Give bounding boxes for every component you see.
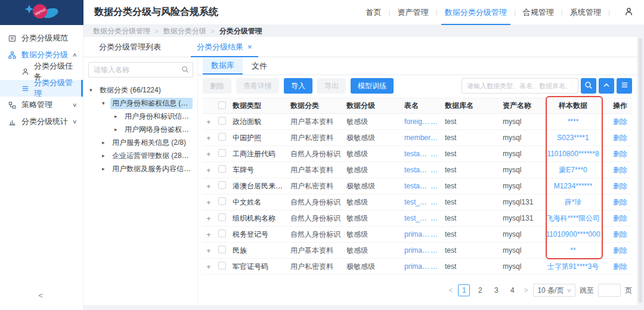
nav-item-5[interactable]: 系统管理	[569, 0, 602, 25]
nav-item-2[interactable]: 资产管理	[397, 0, 430, 25]
sidebar-collapse-button[interactable]: <	[35, 291, 47, 303]
page-suffix-label: 页	[625, 286, 632, 296]
delete-row-link[interactable]: 删除	[613, 134, 627, 142]
tab-分类分级结果[interactable]: 分类分级结果×	[191, 37, 258, 57]
tree-node[interactable]: ▸企业运营管理数据 (28/1218)	[88, 149, 193, 162]
expand-row-button[interactable]: +	[203, 198, 218, 207]
close-icon[interactable]: ×	[247, 42, 252, 51]
vertical-scrollbar[interactable]	[639, 38, 642, 303]
table-name-link[interactable]: testa50000	[404, 166, 431, 174]
delete-row-link[interactable]: 删除	[613, 198, 627, 206]
table-name-link[interactable]: testa50000	[404, 150, 431, 158]
sidebar-item-分类分级规范[interactable]: 分类分级规范	[0, 30, 83, 46]
sample-data-link[interactable]: M1234******	[545, 182, 603, 190]
expand-row-button[interactable]: +	[203, 230, 218, 239]
table-name-link[interactable]: test_data	[404, 198, 431, 206]
caret-right-icon[interactable]: ▸	[114, 126, 120, 132]
expand-row-button[interactable]: +	[203, 182, 218, 191]
delete-row-link[interactable]: 删除	[613, 262, 627, 271]
tab-文件[interactable]: 文件	[243, 57, 276, 75]
row-checkbox[interactable]	[218, 230, 226, 237]
row-checkbox[interactable]	[218, 197, 226, 205]
row-checkbox[interactable]	[218, 149, 226, 157]
jump-page-input[interactable]	[598, 284, 621, 297]
page-button-2[interactable]: 2	[474, 284, 486, 296]
expand-row-button[interactable]: +	[203, 117, 218, 126]
sample-data-link[interactable]: ****	[545, 117, 603, 126]
select-all-checkbox[interactable]	[218, 101, 226, 109]
expand-row-button[interactable]: +	[203, 150, 218, 159]
delete-row-link[interactable]: 删除	[613, 166, 627, 174]
tree-node[interactable]: ▾数据分类 (66/1224)	[88, 83, 193, 97]
tree-node[interactable]: ▸用户网络身份鉴权信息 (0/0)	[88, 123, 193, 136]
page-size-select[interactable]: 10 条/页∨	[533, 284, 575, 297]
table-name-link[interactable]: primaryk...	[404, 262, 431, 271]
delete-row-link[interactable]: 删除	[613, 150, 627, 158]
page-button-3[interactable]: 3	[490, 284, 502, 296]
page-button-4[interactable]: 4	[506, 284, 518, 296]
expand-row-button[interactable]: +	[203, 214, 218, 223]
expand-row-button[interactable]: +	[203, 262, 218, 271]
sample-data-link[interactable]: **	[545, 246, 603, 255]
tab-分类分级管理列表[interactable]: 分类分级管理列表	[93, 37, 167, 57]
collapse-search-button[interactable]	[599, 78, 614, 94]
caret-right-icon[interactable]: ▸	[102, 140, 108, 145]
row-checkbox[interactable]	[218, 133, 226, 141]
tree-node[interactable]: ▸用户身份和标识信息 (34/62)	[88, 110, 193, 123]
delete-row-link[interactable]: 删除	[613, 214, 627, 222]
next-page-button[interactable]: >	[522, 286, 529, 294]
sample-data-link[interactable]: 士字第91****3号	[545, 262, 603, 272]
tree-node[interactable]: ▸用户服务相关信息 (2/8)	[88, 136, 193, 149]
row-checkbox[interactable]	[218, 246, 226, 253]
导入-button[interactable]: 导入	[284, 78, 312, 94]
table-name-link[interactable]: primaryk...	[404, 230, 431, 238]
row-checkbox[interactable]	[218, 213, 226, 221]
expand-row-button[interactable]: +	[203, 246, 218, 255]
模型训练-button[interactable]: 模型训练	[351, 78, 394, 94]
breadcrumb-item[interactable]: 数据分类分级	[163, 26, 206, 36]
sidebar-item-策略管理[interactable]: 策略管理∨	[0, 97, 83, 113]
delete-row-link[interactable]: 删除	[613, 117, 627, 126]
prev-page-button[interactable]: <	[447, 286, 454, 294]
expand-row-button[interactable]: +	[203, 166, 218, 175]
nav-item-4[interactable]: 合规管理	[522, 0, 555, 25]
sample-data-link[interactable]: 11010800******8	[545, 150, 603, 158]
row-checkbox[interactable]	[218, 181, 226, 189]
user-button[interactable]	[624, 7, 633, 18]
tree-node[interactable]: ▾用户身份和鉴权信息 (34/62)	[88, 97, 193, 110]
breadcrumb-item[interactable]: 数据分类分级管理	[93, 26, 150, 36]
sample-data-link[interactable]: 飞海科****限公司	[545, 213, 603, 224]
table-name-link[interactable]: test_data	[404, 214, 431, 222]
caret-right-icon[interactable]: ▸	[114, 113, 120, 119]
delete-row-link[interactable]: 删除	[613, 230, 627, 238]
column-settings-button[interactable]	[617, 78, 632, 94]
sample-data-link[interactable]: 蒙E7***0	[545, 165, 603, 175]
nav-item-1[interactable]: 首页	[364, 0, 382, 25]
sidebar-item-分类分级统计[interactable]: 分类分级统计∨	[0, 113, 83, 130]
table-name-link[interactable]: testa1000	[404, 182, 431, 190]
sidebar-item-分类分级管理[interactable]: 分类分级管理	[0, 80, 83, 97]
nav-item-3[interactable]: 数据分类分级管理	[444, 0, 508, 25]
page-button-1[interactable]: 1	[458, 284, 470, 296]
sample-data-link[interactable]: S023****1	[545, 134, 603, 142]
table-name-link[interactable]: primaryk...	[404, 246, 431, 255]
sample-data-link[interactable]: 薛*珍	[545, 197, 603, 207]
delete-row-link[interactable]: 删除	[613, 182, 627, 190]
caret-right-icon[interactable]: ▸	[102, 153, 108, 159]
sample-data-link[interactable]: 11010900****000	[545, 230, 603, 238]
caret-right-icon[interactable]: ▸	[102, 166, 108, 172]
tree-node[interactable]: ▸用户数据及服务内容信息 (2/8)	[88, 162, 193, 175]
table-search-input[interactable]	[462, 78, 578, 94]
expand-row-button[interactable]: +	[203, 134, 218, 142]
row-checkbox[interactable]	[218, 262, 226, 269]
table-name-link[interactable]: foreignke...	[404, 117, 431, 126]
caret-down-icon[interactable]: ▾	[89, 87, 95, 93]
table-name-link[interactable]: member	[404, 134, 431, 142]
delete-row-link[interactable]: 删除	[613, 246, 627, 255]
row-checkbox[interactable]	[218, 165, 226, 173]
tree-search-input[interactable]	[88, 62, 193, 78]
search-button[interactable]	[581, 78, 596, 94]
tab-数据库[interactable]: 数据库	[203, 57, 243, 75]
caret-down-icon[interactable]: ▾	[102, 100, 108, 106]
row-checkbox[interactable]	[218, 117, 226, 125]
